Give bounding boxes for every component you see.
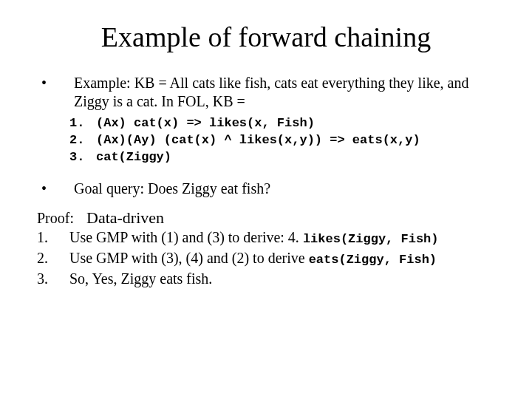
bullet-item: • Goal query: Does Ziggy eat fish?: [37, 180, 495, 198]
proof-step: 1. Use GMP with (1) and (3) to derive: 4…: [37, 228, 495, 248]
proof-step: 3. So, Yes, Ziggy eats fish.: [37, 269, 495, 290]
bullet-text: Goal query: Does Ziggy eat fish?: [74, 180, 495, 198]
proof-step-pre: Use GMP with (1) and (3) to derive: 4.: [69, 229, 303, 245]
proof-label: Proof:: [37, 210, 74, 226]
proof-step-pre: Use GMP with (3), (4) and (2) to derive: [69, 250, 309, 266]
kb-rule: (Ax)(Ay) (cat(x) ^ likes(x,y)) => eats(x…: [96, 132, 495, 149]
proof-step-text: Use GMP with (3), (4) and (2) to derive …: [69, 248, 495, 269]
slide-title: Example of forward chaining: [37, 21, 495, 53]
kb-item: 2. (Ax)(Ay) (cat(x) ^ likes(x,y)) => eat…: [69, 132, 495, 149]
bullet-marker: •: [37, 74, 74, 92]
kb-rule: (Ax) cat(x) => likes(x, Fish): [96, 115, 495, 132]
proof-step-code: likes(Ziggy, Fish): [303, 232, 439, 246]
kb-rule: cat(Ziggy): [96, 149, 495, 166]
proof-step-code: eats(Ziggy, Fish): [309, 253, 437, 267]
slide: Example of forward chaining • Example: K…: [0, 0, 532, 304]
kb-number: 1.: [69, 115, 96, 132]
proof-step-number: 2.: [37, 248, 69, 269]
proof-step: 2. Use GMP with (3), (4) and (2) to deri…: [37, 248, 495, 269]
bullet-text: Example: KB = All cats like fish, cats e…: [74, 74, 495, 111]
kb-item: 3. cat(Ziggy): [69, 149, 495, 166]
kb-item: 1. (Ax) cat(x) => likes(x, Fish): [69, 115, 495, 132]
proof-step-pre: So, Yes, Ziggy eats fish.: [69, 270, 212, 287]
proof-step-number: 3.: [37, 269, 69, 290]
proof-subtitle: Data-driven: [86, 208, 164, 227]
kb-number: 2.: [69, 132, 96, 149]
bullet-marker: •: [37, 180, 74, 198]
bullet-item: • Example: KB = All cats like fish, cats…: [37, 74, 495, 111]
kb-number: 3.: [69, 149, 96, 166]
proof-step-number: 1.: [37, 228, 69, 248]
kb-list: 1. (Ax) cat(x) => likes(x, Fish) 2. (Ax)…: [69, 115, 495, 166]
proof-step-text: So, Yes, Ziggy eats fish.: [69, 269, 495, 290]
proof-heading: Proof: Data-driven: [37, 208, 495, 228]
proof-step-text: Use GMP with (1) and (3) to derive: 4. l…: [69, 228, 495, 248]
